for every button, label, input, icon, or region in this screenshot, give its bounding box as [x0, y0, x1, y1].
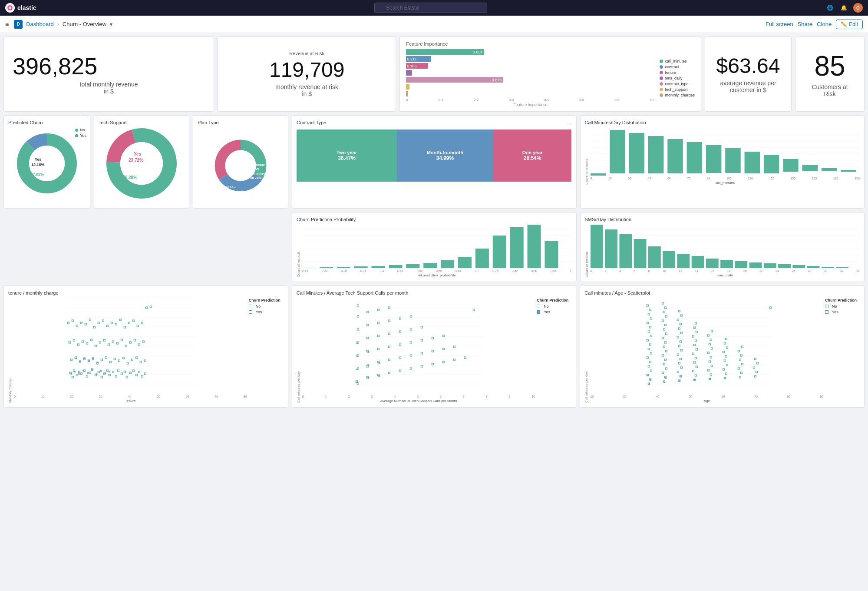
svg-rect-373 [739, 359, 741, 361]
clone-button[interactable]: Clone [817, 21, 832, 27]
svg-rect-156 [108, 344, 109, 345]
svg-rect-299 [662, 372, 664, 374]
svg-rect-384 [650, 379, 652, 381]
predicted-churn-panel: Predicted Churn No Yes Yes 12.18% No 87.… [3, 115, 90, 209]
svg-rect-356 [710, 339, 712, 341]
bar-label-call-minutes: 0.654 [473, 50, 483, 54]
contract-two-year: Two year 36.47% [297, 129, 397, 182]
breadcrumb-bar: ≡ D Dashboard › Churn - Overview ▾ Full … [0, 16, 868, 33]
edit-button[interactable]: ✏️ Edit [836, 20, 863, 29]
bar-label-contract-type: 0.816 [492, 78, 502, 82]
dashboard-badge: D [14, 20, 23, 29]
svg-rect-38 [706, 145, 721, 173]
feature-x-label: Feature Importance [406, 103, 654, 107]
svg-rect-151 [86, 342, 88, 344]
contract-type-options-icon[interactable]: ··· [567, 121, 571, 127]
svg-rect-54 [337, 267, 350, 268]
svg-rect-199 [92, 358, 94, 360]
svg-rect-232 [388, 346, 390, 348]
feature-legend: call_minutes contract tenure sms_daily c… [660, 49, 695, 107]
predicted-churn-chart: Yes 12.18% No 87.82% [8, 129, 86, 198]
globe-icon[interactable]: 🌐 [825, 3, 834, 12]
svg-rect-56 [372, 266, 385, 268]
predicted-churn-title: Predicted Churn [8, 120, 86, 125]
avg-revenue-value: $63.64 [714, 55, 782, 78]
bar-label-tenure: 0.185 [407, 64, 417, 68]
svg-rect-332 [679, 310, 680, 312]
svg-rect-357 [708, 335, 710, 336]
svg-text:Corporate: Corporate [227, 160, 243, 164]
svg-rect-36 [667, 139, 683, 173]
svg-rect-197 [83, 357, 85, 359]
svg-rect-378 [756, 371, 758, 373]
call-minutes-chart [591, 128, 860, 176]
svg-rect-361 [723, 369, 725, 370]
svg-rect-295 [650, 309, 651, 311]
svg-text:23.72%: 23.72% [129, 158, 143, 163]
svg-rect-200 [96, 362, 98, 363]
svg-rect-264 [367, 377, 369, 379]
feature-bar-contract-type: 0.816 [406, 77, 654, 83]
svg-rect-136 [101, 359, 102, 361]
svg-rect-117 [112, 371, 114, 373]
feature-bar-tenure: 0.185 [406, 63, 654, 69]
svg-rect-341 [694, 344, 696, 346]
svg-rect-34 [629, 133, 644, 173]
svg-text:Private: Private [254, 163, 265, 167]
tech-support-title: Tech Support [99, 120, 185, 125]
svg-rect-375 [738, 350, 740, 352]
svg-rect-289 [650, 335, 652, 337]
contract-one-year: One year 28.54% [493, 129, 572, 182]
svg-rect-387 [665, 377, 667, 379]
svg-rect-257 [453, 346, 455, 348]
svg-rect-113 [101, 376, 102, 378]
share-button[interactable]: Share [798, 21, 813, 27]
svg-rect-154 [99, 342, 101, 343]
svg-rect-344 [696, 331, 698, 333]
breadcrumb-left: ≡ D Dashboard › Churn - Overview ▾ [5, 20, 112, 29]
svg-text:No 76.28%: No 76.28% [116, 175, 137, 180]
svg-rect-320 [679, 362, 680, 364]
svg-rect-310 [665, 324, 667, 326]
svg-rect-106 [80, 373, 82, 375]
user-avatar[interactable]: O [853, 3, 863, 13]
breadcrumb-dropdown-icon[interactable]: ▾ [110, 21, 112, 27]
bell-icon[interactable]: 🔔 [839, 3, 848, 12]
full-screen-button[interactable]: Full screen [766, 21, 793, 27]
elastic-logo[interactable]: elastic [5, 3, 36, 13]
svg-rect-388 [679, 380, 681, 382]
svg-rect-327 [681, 332, 683, 334]
svg-rect-192 [100, 370, 102, 372]
scatter-callmin-y-label: Call minutes per day [297, 298, 300, 403]
svg-rect-227 [377, 335, 379, 337]
svg-rect-181 [137, 325, 139, 327]
svg-rect-237 [399, 357, 401, 359]
churn-prob-chart [302, 225, 572, 268]
svg-rect-141 [122, 357, 124, 359]
svg-rect-313 [663, 311, 665, 313]
svg-rect-81 [706, 259, 718, 268]
hamburger-icon[interactable]: ≡ [5, 21, 9, 28]
svg-rect-188 [83, 370, 84, 372]
scatter-age-chart [590, 298, 823, 394]
breadcrumb-dashboard[interactable]: Dashboard [26, 21, 54, 27]
main-content: 396,825 total monthly revenuein $ Revenu… [0, 33, 868, 591]
plan-type-title: Plan Type [198, 120, 284, 125]
churn-prob-y-label: Count of records [297, 225, 300, 277]
svg-rect-263 [356, 342, 358, 344]
svg-rect-381 [755, 358, 756, 360]
svg-rect-43 [802, 165, 817, 171]
bar-label-contract: 0.211 [407, 57, 417, 61]
search-input[interactable] [374, 3, 487, 13]
svg-rect-354 [711, 348, 713, 349]
svg-rect-125 [135, 374, 137, 376]
svg-rect-163 [138, 344, 140, 345]
svg-rect-165 [67, 322, 69, 324]
svg-rect-187 [78, 373, 80, 375]
svg-rect-241 [410, 368, 412, 369]
feature-bar-monthly-charges [406, 91, 654, 96]
svg-rect-392 [725, 377, 726, 379]
tech-support-chart: Yes 23.72% No 76.28% [99, 128, 185, 199]
svg-rect-322 [677, 354, 679, 355]
call-minutes-dist-panel: Call Minutes/Day Distribution Count of r… [580, 115, 865, 209]
